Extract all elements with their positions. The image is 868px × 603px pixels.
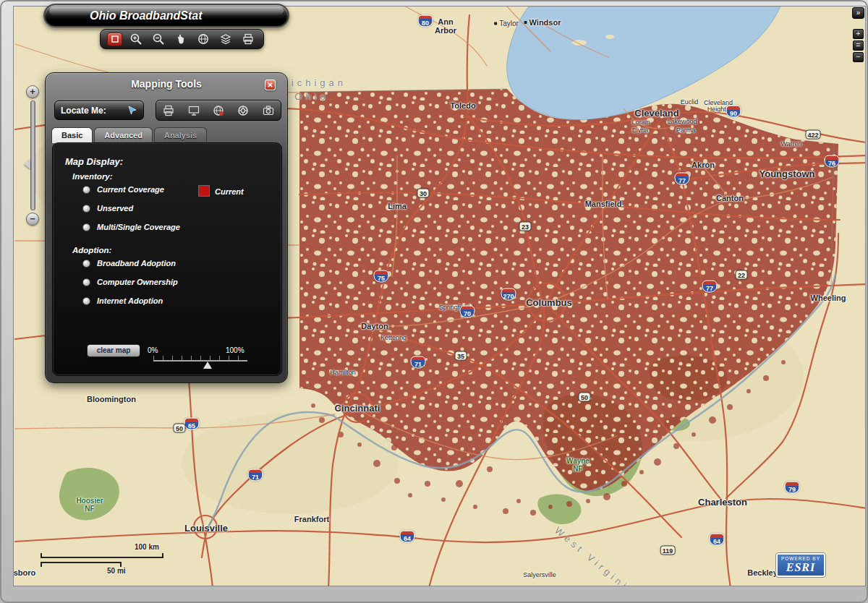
city-label: Taylor xyxy=(494,20,519,27)
city-label-text: sboro xyxy=(14,568,36,577)
zoom-out-button[interactable] xyxy=(150,31,167,47)
zoom-slider-out-button[interactable]: − xyxy=(26,213,39,226)
nav-minus-button[interactable]: − xyxy=(853,52,864,62)
select-tool-icon xyxy=(111,35,119,43)
zoom-slider-track[interactable] xyxy=(30,100,35,210)
print-icon xyxy=(242,33,255,46)
nav-stack: + = − xyxy=(853,29,864,62)
zoom-slider-thumb[interactable] xyxy=(24,159,30,169)
powered-by-text: POWERED BY xyxy=(778,556,824,561)
city-label-text: Lima xyxy=(388,202,407,210)
print-button[interactable] xyxy=(159,102,178,119)
nav-plus-button[interactable]: + xyxy=(853,29,864,39)
city-label: Wheeling xyxy=(811,294,846,302)
zoom-slider-in-button[interactable]: + xyxy=(26,85,39,98)
radio-button[interactable] xyxy=(82,205,90,213)
radio-label: Unserved xyxy=(97,204,133,213)
city-label-text: Lakewood xyxy=(667,118,697,125)
mapping-tools-panel: Mapping Tools ✕ Locate Me: xyxy=(45,72,288,383)
basemap-button[interactable] xyxy=(217,31,234,47)
interstate-shield: 76 xyxy=(825,155,840,168)
print-map-button[interactable] xyxy=(239,31,257,47)
snapshot-button[interactable] xyxy=(259,102,278,119)
city-label: Kettering xyxy=(380,334,407,341)
city-label: Canton xyxy=(716,194,744,202)
city-label: Akron xyxy=(692,161,715,169)
radio-button[interactable] xyxy=(82,260,90,268)
scale-mi-line xyxy=(41,562,122,567)
city-label: Warren xyxy=(780,140,801,147)
us-route-shield: 50 xyxy=(174,424,186,433)
city-label: Bloomington xyxy=(87,395,136,403)
city-label-text: Wheeling xyxy=(811,294,846,302)
zoom-control: + − xyxy=(26,85,42,226)
radio-button[interactable] xyxy=(82,297,90,305)
city-label-text: Ann Arbor xyxy=(430,18,461,35)
expand-panel-button[interactable]: » xyxy=(852,7,864,19)
city-label-text: Wayne NF xyxy=(563,458,592,473)
interstate-shield: 79 xyxy=(785,482,800,494)
us-route-shield: 119 xyxy=(660,546,676,555)
map-toolbar xyxy=(100,29,264,49)
locate-me-button[interactable]: Locate Me: xyxy=(54,100,144,120)
radio-button[interactable] xyxy=(82,223,90,231)
city-label: Hamilton xyxy=(330,369,356,376)
radio-button[interactable] xyxy=(82,278,90,286)
scale-mi-label: 50 mi xyxy=(107,567,126,575)
help-button[interactable] xyxy=(234,102,252,119)
web-link-button[interactable] xyxy=(209,102,228,119)
city-label-text: Hoosier NF xyxy=(73,497,106,513)
select-tool-button[interactable] xyxy=(107,33,122,46)
radio-label: Current Coverage xyxy=(97,185,164,194)
radio-button[interactable] xyxy=(82,186,90,194)
us-route-shield: 50 xyxy=(579,393,591,402)
interstate-shield: 65 xyxy=(184,418,200,430)
city-label-text: Windsor xyxy=(529,18,561,27)
option-groups: Inventory:Current CoverageUnservedMulti/… xyxy=(53,172,281,315)
city-label: Youngstown xyxy=(759,168,814,179)
panel-tool-group xyxy=(156,100,281,121)
city-label: Frankfort xyxy=(294,515,329,523)
radio-option[interactable]: Broadband Adoption xyxy=(53,259,281,268)
city-label: Charleston xyxy=(698,497,747,508)
city-label-text: Beckley xyxy=(747,568,778,577)
export-button[interactable] xyxy=(184,102,203,119)
tab-basic[interactable]: Basic xyxy=(51,127,93,143)
pan-button[interactable] xyxy=(172,31,190,47)
city-label-text: Hamilton xyxy=(330,369,356,376)
city-label: Elyria xyxy=(632,127,649,134)
us-route-shield: 422 xyxy=(805,130,820,140)
opacity-slider-track[interactable] xyxy=(153,360,247,362)
city-label: Euclid xyxy=(681,98,699,106)
city-label-text: Canton xyxy=(716,194,744,202)
zoom-in-button[interactable] xyxy=(127,31,145,47)
radio-option[interactable]: Internet Adoption xyxy=(53,296,281,305)
opacity-slider-thumb[interactable] xyxy=(203,362,212,369)
city-label-text: Columbus xyxy=(526,297,572,308)
interstate-shield: 71 xyxy=(411,356,426,369)
city-label: Lakewood xyxy=(667,118,697,125)
city-label-text: Akron xyxy=(692,161,715,169)
radio-option[interactable]: Multi/Single Coverage xyxy=(53,223,281,231)
clear-map-button[interactable]: clear map xyxy=(87,344,140,357)
tab-analysis[interactable]: Analysis xyxy=(154,127,207,143)
city-label-text: Salyersville xyxy=(523,571,556,578)
city-label: Mansfield xyxy=(585,200,622,208)
tab-advanced[interactable]: Advanced xyxy=(94,127,153,143)
city-dot xyxy=(524,21,527,24)
layers-icon xyxy=(219,33,232,46)
city-label-text: Cincinnati xyxy=(335,403,380,414)
us-route-shield: 35 xyxy=(455,351,467,361)
radio-option[interactable]: Unserved xyxy=(53,204,281,213)
nav-grip-handle[interactable]: = xyxy=(853,40,864,51)
locate-me-label: Locate Me: xyxy=(61,106,106,116)
full-extent-button[interactable] xyxy=(195,31,212,47)
radio-option[interactable]: Computer Ownership xyxy=(53,278,281,286)
interstate-shield: 64 xyxy=(400,531,415,543)
app-title: Ohio BroadbandStat xyxy=(90,9,203,22)
radio-option[interactable]: Current Coverage xyxy=(53,185,281,194)
interstate-shield: 75 xyxy=(374,270,389,283)
city-label-text: Kettering xyxy=(380,334,407,341)
close-button[interactable]: ✕ xyxy=(265,80,276,90)
panel-title: Mapping Tools xyxy=(46,78,287,90)
